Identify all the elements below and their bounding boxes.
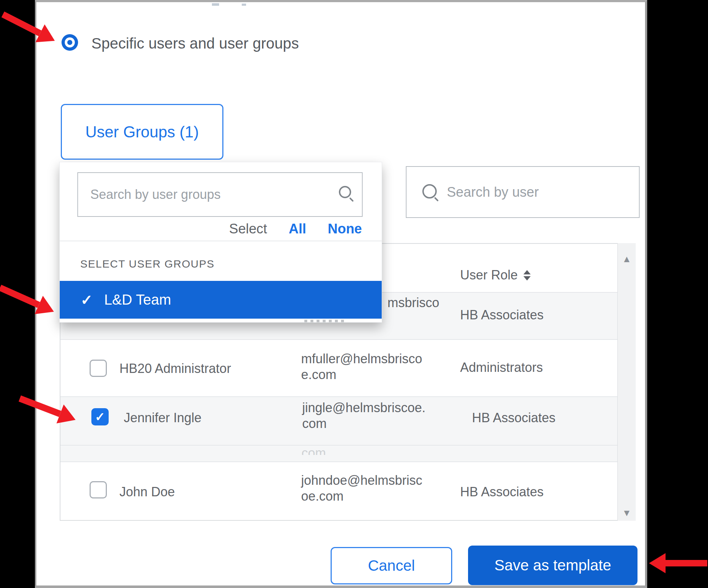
user-role-header-label: User Role — [460, 268, 518, 283]
cancel-button[interactable]: Cancel — [331, 547, 452, 584]
table-scrollbar[interactable]: ▲ ▼ — [618, 243, 636, 521]
select-none-link[interactable]: None — [328, 221, 362, 237]
search-user-input[interactable] — [406, 166, 640, 218]
specific-users-radio[interactable] — [62, 34, 78, 51]
clipped-text-remnant — [212, 3, 219, 6]
user-email-fragment: msbrisco — [387, 295, 439, 311]
user-email-cell: johndoe@helmsbrisc oe.com — [301, 473, 422, 504]
row-checkbox-checked[interactable]: ✓ — [91, 408, 109, 425]
check-icon: ✓ — [95, 410, 105, 424]
user-email-cell: mfuller@helmsbrisco e.com — [301, 351, 422, 383]
scroll-down-icon[interactable]: ▼ — [618, 503, 636, 522]
user-role-column-header[interactable]: User Role — [460, 268, 531, 283]
user-groups-button[interactable]: User Groups (1) — [61, 104, 223, 160]
save-as-template-button[interactable]: Save as template — [468, 546, 637, 585]
search-icon — [339, 186, 351, 198]
user-role-cell: HB Associates — [472, 410, 555, 426]
check-icon: ✓ — [81, 292, 93, 308]
radio-dot — [67, 40, 72, 45]
user-name-cell: Jennifer Ingle — [124, 410, 201, 426]
divider — [60, 241, 382, 241]
row-checkbox-unchecked[interactable] — [90, 481, 107, 498]
select-user-groups-header: SELECT USER GROUPS — [80, 258, 214, 270]
clipped-text-remnant — [304, 320, 345, 322]
search-user-groups-input[interactable] — [77, 172, 363, 217]
select-all-link[interactable]: All — [289, 221, 306, 237]
screenshot-canvas: Specific users and user groups User Grou… — [0, 0, 708, 588]
group-name-label: L&D Team — [104, 292, 171, 308]
row-checkbox-unchecked[interactable] — [90, 360, 107, 377]
user-groups-dropdown: Select All None SELECT USER GROUPS ✓ L&D… — [59, 162, 382, 323]
select-label: Select — [229, 221, 267, 237]
user-email-cell: jingle@helmsbriscoe. com — [302, 400, 426, 432]
radio-option-label: Specific users and user groups — [91, 35, 299, 52]
table-row-partial — [60, 446, 617, 461]
group-option-ld-team[interactable]: ✓ L&D Team — [60, 281, 382, 319]
row-divider — [60, 339, 617, 340]
row-divider — [60, 461, 617, 462]
sort-icon — [523, 270, 531, 281]
user-role-cell: HB Associates — [460, 307, 544, 323]
arrow-to-save-button — [649, 553, 707, 573]
scroll-up-icon[interactable]: ▲ — [618, 250, 636, 268]
search-icon — [422, 184, 437, 199]
user-role-cell: Administrators — [460, 360, 543, 375]
user-role-cell: HB Associates — [460, 484, 544, 500]
clipped-email-fragment: com — [301, 446, 326, 455]
clipped-text-remnant — [242, 4, 246, 6]
user-name-cell: HB20 Administrator — [119, 361, 231, 377]
user-name-cell: John Doe — [119, 484, 175, 500]
